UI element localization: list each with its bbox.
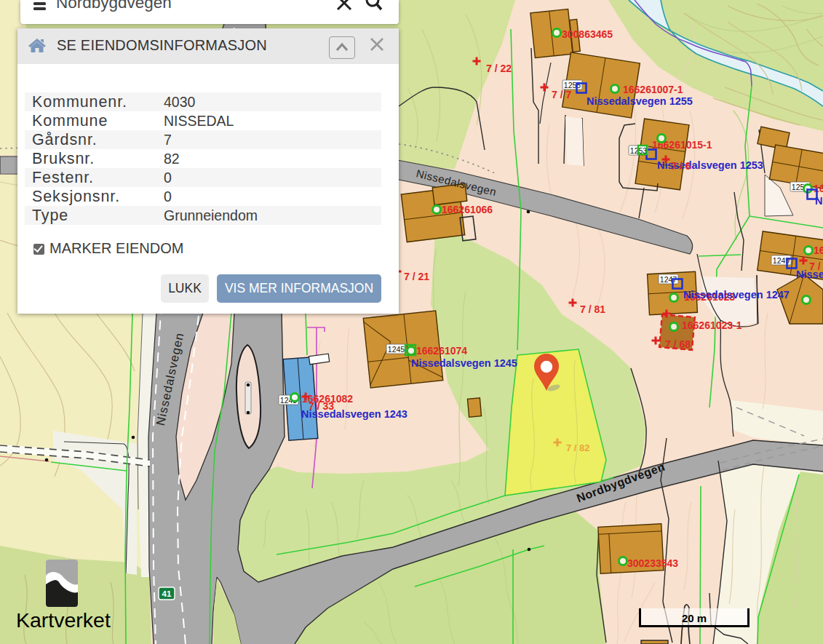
svg-text:1255: 1255 bbox=[564, 81, 581, 90]
svg-text:7 /: 7 / bbox=[809, 261, 821, 272]
svg-text:300233543: 300233543 bbox=[627, 557, 678, 569]
svg-text:7 / 82: 7 / 82 bbox=[566, 442, 590, 453]
svg-text:20 m: 20 m bbox=[682, 612, 707, 624]
svg-text:41: 41 bbox=[162, 589, 172, 598]
svg-text:7 / 22: 7 / 22 bbox=[486, 63, 512, 74]
svg-text:7 / 6: 7 / 6 bbox=[671, 160, 691, 172]
svg-text:7 / 21: 7 / 21 bbox=[404, 271, 429, 282]
svg-text:7 / 81: 7 / 81 bbox=[580, 303, 605, 315]
svg-text:166261023-1: 166261023-1 bbox=[682, 319, 742, 331]
svg-text:166: 166 bbox=[814, 245, 823, 256]
svg-text:1245: 1245 bbox=[388, 345, 405, 354]
svg-text:166: 166 bbox=[814, 183, 823, 194]
svg-text:7 / 68: 7 / 68 bbox=[665, 338, 691, 350]
svg-text:Kartverket: Kartverket bbox=[16, 608, 111, 632]
svg-text:166261066: 166261066 bbox=[442, 204, 493, 215]
svg-text:300863465: 300863465 bbox=[562, 28, 613, 40]
svg-text:Nissedalsvegen 1245: Nissedalsvegen 1245 bbox=[411, 357, 517, 369]
svg-text:Nissedalsvegen 1243: Nissedalsvegen 1243 bbox=[301, 408, 407, 420]
svg-text:Nissedalsvegen 1247: Nissedalsvegen 1247 bbox=[683, 289, 790, 301]
svg-text:166261007-1: 166261007-1 bbox=[623, 84, 683, 95]
svg-text:166261074: 166261074 bbox=[416, 345, 467, 357]
svg-text:Nissedalsvegen 1255: Nissedalsvegen 1255 bbox=[587, 95, 693, 107]
svg-text:7 / 7: 7 / 7 bbox=[552, 89, 571, 100]
